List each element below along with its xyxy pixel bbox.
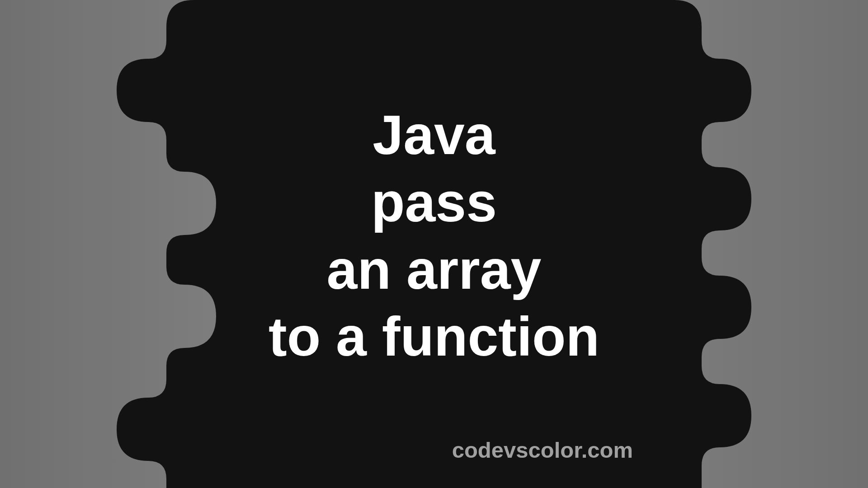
title-line-3: an array [0,236,868,304]
watermark-text: codevscolor.com [452,437,633,463]
title-line-1: Java [0,102,868,169]
title-line-2: pass [0,169,868,236]
title-line-4: to a function [0,303,868,371]
banner-canvas: Java pass an array to a function codevsc… [0,0,868,488]
banner-title: Java pass an array to a function [0,102,868,371]
